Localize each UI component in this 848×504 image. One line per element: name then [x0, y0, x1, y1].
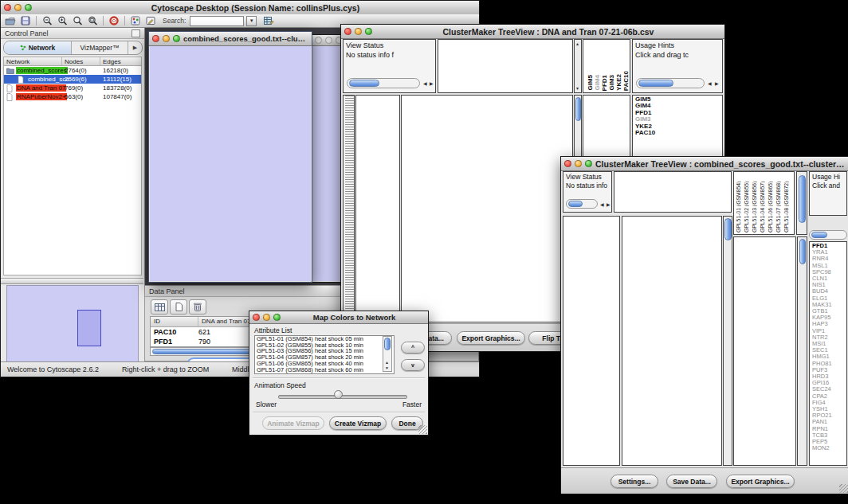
resize-grip[interactable]: [418, 425, 427, 434]
tv2-labels-hscrollbar[interactable]: [809, 230, 847, 240]
close-button[interactable]: [152, 35, 159, 42]
close-button[interactable]: [4, 4, 11, 11]
zoom-in-icon[interactable]: [56, 15, 69, 26]
tv1-status-hscrollbar[interactable]: [347, 78, 420, 88]
zoom-fit-icon[interactable]: [71, 15, 84, 26]
tv2-labels-vscrollbar[interactable]: [796, 171, 807, 235]
tv2-column-dendrogram[interactable]: [614, 171, 732, 213]
minimize-button[interactable]: [163, 35, 170, 42]
tv1-row-dendrogram[interactable]: [355, 95, 400, 322]
tv2-heatmap-vscrollbar[interactable]: [723, 216, 732, 466]
control-panel-float-icon[interactable]: [132, 29, 140, 37]
zoom-button[interactable]: [273, 314, 281, 321]
minimize-button[interactable]: [575, 160, 582, 167]
tv1-row-label[interactable]: YKE2: [635, 123, 722, 130]
network-row[interactable]: DNA and Tran 07769(0)183728(0): [4, 84, 141, 92]
main-title-bar[interactable]: Cytoscape Desktop (Session Name: collins…: [1, 1, 479, 15]
tv2-row-label[interactable]: BUD4: [812, 288, 846, 295]
tv2-row-label[interactable]: HAP3: [812, 321, 846, 327]
tv2-row-label[interactable]: PHO81: [812, 361, 846, 367]
tv1-row-label[interactable]: GIM4: [635, 103, 722, 109]
tv2-row-label[interactable]: NIS1: [812, 282, 846, 288]
treeview1-title-bar[interactable]: ClusterMaker TreeView : DNA and Tran 07-…: [341, 25, 724, 39]
tv2-row-label[interactable]: HRD3: [812, 373, 846, 380]
tv2-row-label[interactable]: MAK31: [812, 302, 846, 308]
minimize-button[interactable]: [263, 314, 270, 321]
zoom-selected-icon[interactable]: [86, 15, 99, 26]
network-window-title-bar[interactable]: combined_scores_good.txt--cluste...: [149, 32, 312, 46]
network-canvas-area[interactable]: [150, 46, 311, 281]
scroll-right-icon[interactable]: ▶: [607, 202, 610, 207]
annotation-icon[interactable]: [144, 15, 157, 26]
tv2-row-label[interactable]: TCB3: [812, 432, 846, 439]
move-down-button[interactable]: v: [401, 359, 425, 371]
tv1-hints-hscrollbar[interactable]: [636, 78, 705, 88]
tv1-row-label[interactable]: PAC10: [635, 130, 722, 136]
minimize-button[interactable]: [355, 28, 362, 35]
tv1-column-label[interactable]: PFD1: [601, 75, 608, 91]
tv2-row-label[interactable]: VIP1: [812, 328, 846, 334]
tv1-export-graphics-button[interactable]: Export Graphics...: [457, 331, 525, 345]
tv2-column-label[interactable]: GPL51-01 (GSM854): [736, 172, 741, 232]
dialog-title-bar[interactable]: Map Colors to Network: [249, 311, 428, 324]
tv1-column-label[interactable]: GIM5: [587, 75, 594, 91]
tv2-row-label[interactable]: MSI1: [812, 341, 846, 347]
tv1-column-dendrogram[interactable]: [438, 39, 573, 93]
overview-viewport-rect[interactable]: [77, 310, 101, 346]
network-row[interactable]: combined_scores2764(0)16218(0): [4, 66, 141, 75]
tv2-row-label[interactable]: PUF3: [812, 367, 846, 373]
tv1-column-label[interactable]: GIM3: [608, 75, 615, 91]
tv2-export-graphics-button[interactable]: Export Graphics...: [726, 475, 795, 488]
tab-vizmapper[interactable]: VizMapper™: [72, 41, 128, 54]
zoom-out-icon[interactable]: [41, 15, 53, 26]
resize-grip[interactable]: [839, 484, 848, 493]
tv2-row-label[interactable]: GPI16: [812, 380, 846, 386]
tv2-row-label[interactable]: NTR2: [812, 334, 846, 341]
scroll-left-icon[interactable]: ◀: [708, 81, 712, 86]
window-controls[interactable]: [4, 4, 32, 11]
tv2-row-label[interactable]: GTB1: [812, 308, 846, 315]
tv2-row-label[interactable]: PFD1: [812, 243, 846, 249]
minimize-button[interactable]: [14, 4, 22, 11]
scroll-left-icon[interactable]: ◀: [600, 202, 604, 207]
tab-overflow-arrow[interactable]: ▶: [128, 41, 142, 54]
treeview2-title-bar[interactable]: ClusterMaker TreeView : combined_scores_…: [561, 157, 848, 171]
attribute-list-item[interactable]: GPL51-07 (GSM868) heat shock 60 min: [255, 367, 394, 373]
zoom-button[interactable]: [585, 160, 592, 167]
tv2-row-label[interactable]: SPC98: [812, 269, 846, 275]
tv2-column-label[interactable]: GPL51-07 (GSM868): [775, 172, 781, 232]
scroll-right-icon[interactable]: ▶: [715, 81, 719, 86]
tv2-row-label[interactable]: PEP5: [812, 439, 846, 445]
delete-attribute-trash-icon[interactable]: [189, 299, 206, 315]
zoom-button[interactable]: [173, 35, 180, 42]
scroll-up-icon[interactable]: ▲: [385, 360, 389, 365]
tv2-heatmap[interactable]: [622, 216, 722, 466]
create-vizmap-button[interactable]: Create Vizmap: [329, 416, 387, 430]
scroll-right-icon[interactable]: ▶: [430, 81, 434, 86]
tv2-settings-button[interactable]: Settings...: [610, 475, 658, 488]
tv1-heatmap[interactable]: [401, 95, 573, 322]
tv1-column-scrollbar[interactable]: ▴ ▾: [574, 39, 582, 93]
tv2-row-label[interactable]: YSH1: [812, 406, 846, 412]
attribute-table-icon[interactable]: [151, 299, 168, 315]
tv2-column-label[interactable]: GPL51-02 (GSM855): [744, 172, 749, 232]
tv2-row-label[interactable]: ELG1: [812, 295, 846, 302]
tv2-row-dendrogram[interactable]: [563, 216, 620, 466]
tv2-status-hscrollbar[interactable]: [566, 199, 598, 209]
save-icon[interactable]: [19, 15, 32, 26]
close-button[interactable]: [253, 314, 260, 321]
move-up-button[interactable]: ^: [401, 342, 425, 354]
close-button[interactable]: [344, 28, 351, 35]
tv2-save-data-button[interactable]: Save Data...: [666, 475, 717, 488]
tv2-row-label[interactable]: CPA2: [812, 393, 846, 400]
animate-vizmap-button[interactable]: Animate Vizmap: [262, 416, 324, 430]
close-button[interactable]: [315, 37, 322, 44]
tv1-column-label[interactable]: GIM4: [594, 75, 601, 91]
tv1-column-label[interactable]: PAC10: [622, 71, 630, 91]
table-edit-icon[interactable]: [262, 15, 275, 26]
tv2-row-label[interactable]: RNR4: [812, 256, 846, 262]
vizmapper-icon[interactable]: [129, 15, 142, 26]
search-dropdown-arrow-icon[interactable]: ▼: [246, 16, 257, 26]
tv2-column-label[interactable]: GPL51-08 (GSM872): [783, 172, 789, 232]
control-panel-divider[interactable]: [1, 278, 143, 284]
